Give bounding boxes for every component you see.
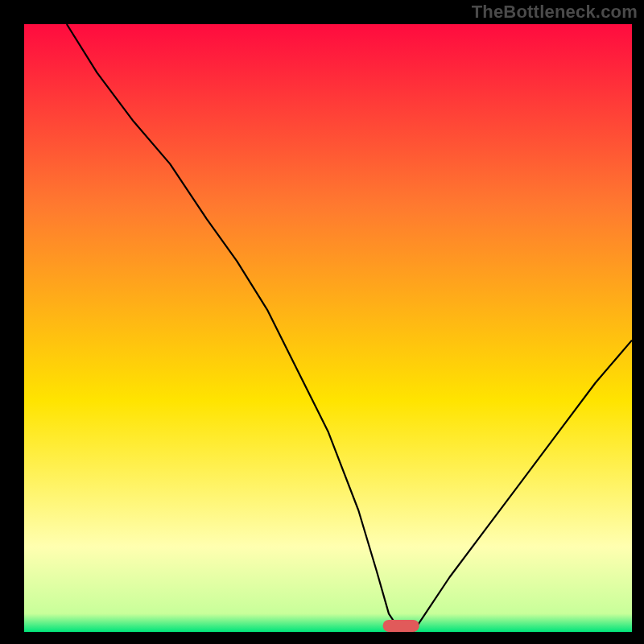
bottleneck-chart [0, 0, 644, 644]
chart-frame: TheBottleneck.com [0, 0, 644, 644]
plot-background [24, 24, 632, 632]
watermark-text: TheBottleneck.com [472, 2, 638, 23]
optimum-marker [383, 620, 419, 632]
